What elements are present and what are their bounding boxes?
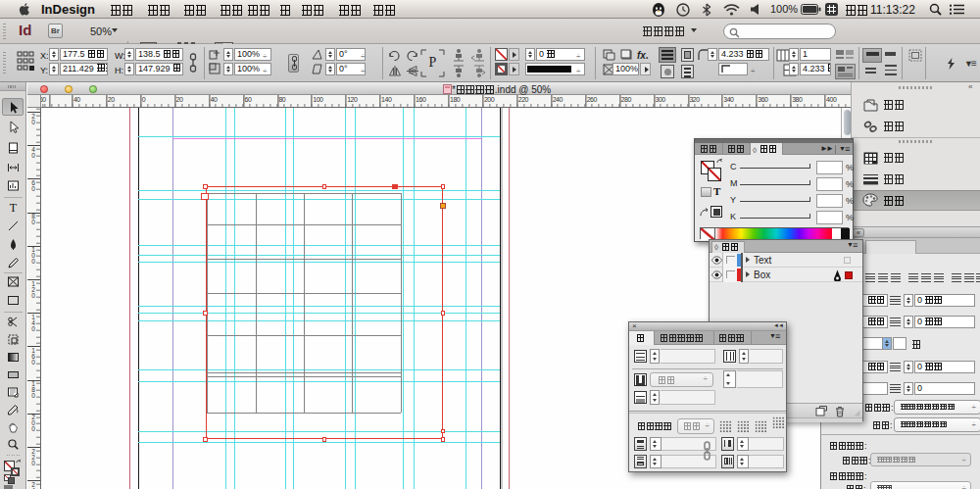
svg-text:T: T bbox=[9, 201, 17, 214]
